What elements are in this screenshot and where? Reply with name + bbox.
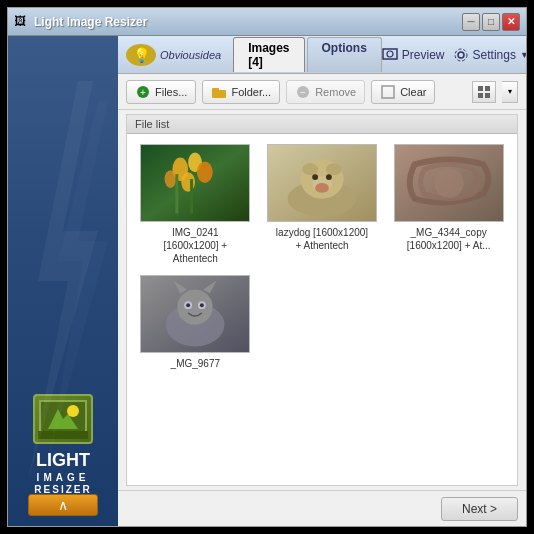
main-layout: LIGHT IMAGE RESIZER ∧ 💡 Obviousidea Imag… <box>8 36 526 526</box>
maximize-button[interactable]: □ <box>482 13 500 31</box>
view-dropdown[interactable]: ▾ <box>502 81 518 103</box>
folder-icon <box>211 84 227 100</box>
svg-point-35 <box>326 163 342 175</box>
tabs: Images [4] Options <box>233 37 382 72</box>
preview-button[interactable]: Preview <box>382 47 445 63</box>
svg-point-25 <box>165 170 177 188</box>
file-label: IMG_0241[1600x1200] +Athentech <box>163 226 227 265</box>
svg-rect-18 <box>485 86 490 91</box>
svg-rect-20 <box>485 93 490 98</box>
app-icon: 🖼 <box>14 14 30 30</box>
svg-rect-13 <box>212 88 219 92</box>
file-item[interactable]: lazydog [1600x1200]+ Athentech <box>264 144 381 265</box>
clear-icon <box>380 84 396 100</box>
files-icon: + <box>135 84 151 100</box>
tab-options[interactable]: Options <box>307 37 382 72</box>
header-right: Preview Settings ▼ <box>382 47 526 63</box>
view-grid-button[interactable] <box>472 81 496 103</box>
svg-point-9 <box>455 49 467 61</box>
file-label: lazydog [1600x1200]+ Athentech <box>276 226 368 252</box>
close-button[interactable]: ✕ <box>502 13 520 31</box>
app-header: 💡 Obviousidea Images [4] Options Preview <box>118 36 526 74</box>
clear-button[interactable]: Clear <box>371 80 435 104</box>
file-item[interactable]: _MG_4344_copy[1600x1200] + At... <box>390 144 507 265</box>
svg-point-34 <box>302 163 318 175</box>
svg-point-7 <box>387 51 393 57</box>
file-thumbnail <box>140 275 250 353</box>
file-list-header: File list <box>127 115 517 134</box>
settings-icon <box>453 47 469 63</box>
brand-name: Obviousidea <box>160 49 221 61</box>
svg-point-52 <box>200 303 204 307</box>
file-label: _MG_4344_copy[1600x1200] + At... <box>407 226 491 252</box>
toolbar: + Files... Folder... <box>118 74 526 110</box>
folder-button[interactable]: Folder... <box>202 80 280 104</box>
svg-point-46 <box>178 289 213 324</box>
window-title: Light Image Resizer <box>34 15 462 29</box>
grid-view-icon <box>478 86 490 98</box>
svg-rect-28 <box>176 174 179 213</box>
svg-point-39 <box>315 183 329 193</box>
minimize-button[interactable]: ─ <box>462 13 480 31</box>
main-window: 🖼 Light Image Resizer ─ □ ✕ <box>7 7 527 527</box>
svg-point-51 <box>186 303 190 307</box>
file-grid: IMG_0241[1600x1200] +Athentech <box>127 134 517 380</box>
file-thumbnail <box>394 144 504 222</box>
content-area: File list <box>126 114 518 486</box>
bottom-bar: Next > <box>118 490 526 526</box>
file-item[interactable]: IMG_0241[1600x1200] +Athentech <box>137 144 254 265</box>
svg-point-42 <box>434 168 463 197</box>
window-controls: ─ □ ✕ <box>462 13 520 31</box>
svg-point-8 <box>458 52 464 58</box>
settings-button[interactable]: Settings ▼ <box>453 47 526 63</box>
sidebar: LIGHT IMAGE RESIZER ∧ <box>8 36 118 526</box>
file-item[interactable]: _MG_9677 <box>137 275 254 370</box>
svg-rect-29 <box>190 179 193 213</box>
svg-point-38 <box>326 174 332 180</box>
preview-icon <box>382 47 398 63</box>
brand-area: 💡 Obviousidea <box>126 44 221 66</box>
sidebar-arrow-button[interactable]: ∧ <box>28 494 98 516</box>
svg-text:+: + <box>140 87 146 98</box>
svg-point-37 <box>312 174 318 180</box>
svg-point-26 <box>197 161 213 183</box>
titlebar: 🖼 Light Image Resizer ─ □ ✕ <box>8 8 526 36</box>
right-panel: 💡 Obviousidea Images [4] Options Preview <box>118 36 526 526</box>
svg-rect-16 <box>382 86 394 98</box>
svg-rect-19 <box>478 93 483 98</box>
tab-images[interactable]: Images [4] <box>233 37 304 72</box>
next-button[interactable]: Next > <box>441 497 518 521</box>
file-thumbnail <box>267 144 377 222</box>
remove-icon: − <box>295 84 311 100</box>
svg-rect-17 <box>478 86 483 91</box>
remove-button[interactable]: − Remove <box>286 80 365 104</box>
files-button[interactable]: + Files... <box>126 80 196 104</box>
file-thumbnail <box>140 144 250 222</box>
svg-text:−: − <box>300 87 306 98</box>
brand-logo: 💡 <box>126 44 156 66</box>
file-label: _MG_9677 <box>171 357 220 370</box>
